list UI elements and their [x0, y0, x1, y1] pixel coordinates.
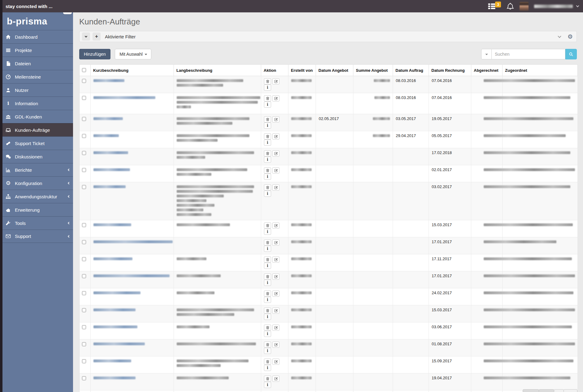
delete-button[interactable] [264, 291, 271, 297]
row-checkbox[interactable] [82, 134, 86, 138]
info-button[interactable]: i [264, 157, 271, 163]
info-button[interactable]: i [264, 191, 271, 197]
row-checkbox[interactable] [82, 185, 86, 189]
row-checkbox[interactable] [82, 359, 86, 363]
delete-button[interactable] [264, 184, 271, 191]
info-button[interactable]: i [264, 331, 271, 337]
delete-button[interactable] [264, 359, 271, 365]
delete-button[interactable] [264, 78, 271, 84]
edit-button[interactable] [272, 184, 279, 191]
bell-button[interactable] [507, 2, 514, 10]
row-checkbox[interactable] [82, 257, 86, 261]
user-avatar[interactable] [520, 2, 529, 11]
edit-button[interactable] [272, 359, 279, 365]
edit-button[interactable] [272, 308, 279, 314]
sidebar-item-dateien[interactable]: Dateien [2, 57, 73, 70]
edit-button[interactable] [272, 222, 279, 229]
notifications-list-button[interactable]: 3 [488, 2, 501, 10]
sidebar-item-erweiterung[interactable]: Erweiterung [2, 203, 73, 216]
info-button[interactable]: i [264, 348, 271, 354]
info-button[interactable]: i [264, 229, 271, 235]
info-button[interactable]: i [264, 297, 271, 303]
edit-button[interactable] [272, 256, 279, 263]
row-checkbox[interactable] [82, 342, 86, 346]
info-button[interactable]: i [264, 365, 271, 371]
info-button[interactable]: i [264, 123, 271, 129]
delete-button[interactable] [264, 95, 271, 101]
edit-button[interactable] [272, 78, 279, 84]
info-button[interactable]: i [264, 101, 271, 108]
delete-button[interactable] [264, 150, 271, 157]
gear-icon[interactable]: ⚙ [568, 34, 573, 40]
row-checkbox[interactable] [82, 117, 86, 121]
sidebar-item-diskussionen[interactable]: Diskussionen [2, 150, 73, 163]
pagination-button[interactable] [554, 389, 564, 392]
sidebar-item-nutzer[interactable]: Nutzer [2, 83, 73, 97]
info-button[interactable]: i [264, 314, 271, 320]
sidebar-item-kunden-auftrage[interactable]: Kunden-Aufträge [0, 123, 73, 136]
row-checkbox[interactable] [82, 151, 86, 155]
row-checkbox[interactable] [82, 223, 86, 227]
with-selection-dropdown[interactable]: Mit Auswahl [115, 49, 151, 59]
row-checkbox[interactable] [82, 291, 86, 295]
edit-button[interactable] [272, 116, 279, 123]
edit-button[interactable] [272, 239, 279, 246]
add-button[interactable]: Hinzufügen [79, 49, 110, 59]
info-button[interactable]: i [264, 174, 271, 180]
sidebar-item-meilensteine[interactable]: Meilensteine [2, 70, 73, 83]
delete-button[interactable] [264, 325, 271, 331]
delete-button[interactable] [264, 256, 271, 263]
row-checkbox[interactable] [82, 168, 86, 172]
row-checkbox[interactable] [82, 325, 86, 329]
filter-collapse-button[interactable] [82, 32, 90, 41]
sidebar-item-dashboard[interactable]: Dashboard [2, 30, 73, 43]
row-checkbox[interactable] [82, 79, 86, 83]
delete-button[interactable] [264, 342, 271, 348]
info-button[interactable]: i [264, 382, 271, 388]
search-input[interactable] [492, 49, 565, 59]
chevron-down-icon[interactable] [558, 34, 561, 38]
row-checkbox[interactable] [82, 308, 86, 312]
sidebar-item-projekte[interactable]: Projekte [2, 43, 73, 57]
sidebar-item-gdl-kunden[interactable]: GDL-Kunden [2, 110, 73, 123]
info-button[interactable]: i [264, 280, 271, 286]
pagination-button[interactable] [523, 389, 539, 392]
edit-button[interactable] [272, 325, 279, 331]
sidebar-item-tools[interactable]: Tools [2, 216, 73, 230]
info-button[interactable]: i [264, 263, 271, 269]
edit-button[interactable] [272, 342, 279, 348]
row-checkbox[interactable] [82, 376, 86, 380]
edit-button[interactable] [272, 376, 279, 382]
delete-button[interactable] [264, 274, 271, 280]
info-button[interactable]: i [264, 140, 271, 146]
sidebar-item-information[interactable]: iInformation [2, 97, 73, 110]
row-checkbox[interactable] [82, 96, 86, 100]
pagination-button[interactable] [539, 389, 554, 392]
edit-button[interactable] [272, 133, 279, 140]
delete-button[interactable] [264, 376, 271, 382]
delete-button[interactable] [264, 167, 271, 174]
edit-button[interactable] [272, 291, 279, 297]
add-filter-button[interactable]: + [93, 32, 101, 41]
chevron-down-icon[interactable] [576, 4, 579, 7]
edit-button[interactable] [272, 274, 279, 280]
sidebar-item-support-ticket[interactable]: Support Ticket [2, 136, 73, 150]
sidebar-item-konfiguration[interactable]: ⚙Konfiguration [2, 176, 73, 190]
row-checkbox[interactable] [82, 274, 86, 278]
select-all-checkbox[interactable] [82, 68, 86, 72]
delete-button[interactable] [264, 222, 271, 229]
info-button[interactable]: i [264, 246, 271, 252]
sidebar-item-support[interactable]: Support [2, 230, 73, 243]
sidebar-item-anwendungsstruktur[interactable]: Anwendungsstruktur [2, 190, 73, 203]
info-button[interactable]: i [264, 84, 271, 91]
edit-button[interactable] [272, 150, 279, 157]
edit-button[interactable] [272, 95, 279, 101]
pagination-button[interactable] [564, 389, 577, 392]
search-button[interactable] [565, 49, 577, 59]
sidebar-item-berichte[interactable]: Berichte [2, 163, 73, 176]
delete-button[interactable] [264, 239, 271, 246]
edit-button[interactable] [272, 167, 279, 174]
delete-button[interactable] [264, 308, 271, 314]
delete-button[interactable] [264, 133, 271, 140]
delete-button[interactable] [264, 116, 271, 123]
